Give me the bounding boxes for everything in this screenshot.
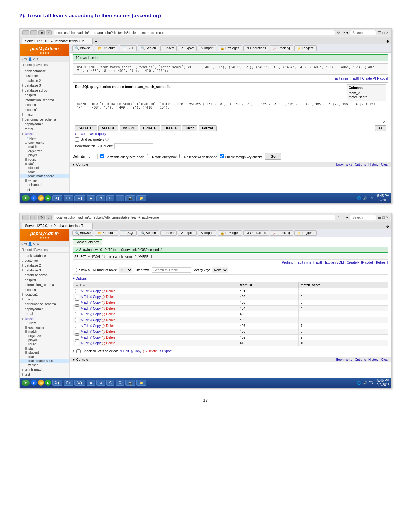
row-edit-link-8[interactable]: ✎ Edit bbox=[80, 336, 89, 339]
retain-query-checkbox[interactable] bbox=[147, 154, 151, 158]
sidebar2-subtable-organizer[interactable]: ☰organizer bbox=[20, 334, 69, 338]
row-copy-link-2[interactable]: ⎙ Copy bbox=[90, 301, 101, 304]
active-tab-2[interactable]: Server: 127.0.0.1 » Database: tennis » T… bbox=[22, 223, 93, 229]
sidebar-subtable-player[interactable]: ☰player bbox=[20, 153, 69, 157]
taskbar-window-word[interactable]: W▮ bbox=[74, 195, 85, 201]
settings-toolbar-icon[interactable]: ⚙ bbox=[33, 57, 36, 61]
history-link[interactable]: History bbox=[368, 163, 378, 166]
sidebar2-item-location1[interactable]: ⋮location1 bbox=[20, 292, 69, 297]
options-link-2[interactable]: Options bbox=[355, 358, 366, 361]
bookmarks-link-2[interactable]: Bookmarks bbox=[336, 358, 352, 361]
row-delete-link-0[interactable]: ◯ Delete bbox=[102, 289, 115, 293]
rollback-checkbox[interactable] bbox=[179, 154, 183, 158]
taskbar2-window-folder[interactable]: 📁 bbox=[136, 380, 146, 386]
bottom-export-link[interactable]: ↗ Export bbox=[159, 350, 172, 353]
address-bar-1[interactable]: localhost/phpmyadmin/tbl_change.php?db=t… bbox=[54, 30, 335, 35]
edit-link[interactable]: Edit bbox=[353, 77, 358, 80]
privileges-button[interactable]: 🔒 Privileges bbox=[218, 45, 242, 51]
row-copy-link-8[interactable]: ⎙ Copy bbox=[90, 336, 101, 339]
sidebar2-item-database2[interactable]: ⋮database 2 bbox=[20, 263, 69, 268]
taskbar-ie-icon-2[interactable]: e bbox=[31, 380, 37, 386]
row-delete-link-5[interactable]: ◯ Delete bbox=[102, 318, 115, 322]
select-star-button[interactable]: SELECT * bbox=[75, 125, 97, 131]
clear-link-2[interactable]: Clear bbox=[381, 358, 389, 361]
edit-link-2[interactable]: Edit bbox=[316, 261, 321, 264]
browse-button[interactable]: 🔍 Browse bbox=[72, 45, 93, 51]
row-delete-link-9[interactable]: ◯ Delete bbox=[102, 341, 115, 345]
back-button-2[interactable]: ← bbox=[22, 215, 29, 220]
row-checkbox-0[interactable] bbox=[75, 289, 79, 293]
sidebar-subtable-each-game[interactable]: ☰each game bbox=[20, 141, 69, 145]
sidebar-item-location[interactable]: ⋮location bbox=[20, 103, 69, 107]
sidebar2-item-database-school[interactable]: ⋮database school bbox=[20, 273, 69, 278]
row-copy-link-4[interactable]: ⎙ Copy bbox=[90, 312, 101, 316]
triggers-button-2[interactable]: ⚡ Triggers bbox=[294, 230, 317, 236]
row-copy-link-3[interactable]: ⎙ Copy bbox=[90, 307, 101, 310]
active-tab-1[interactable]: Server: 127.0.0.1 » Database: tennis » T… bbox=[22, 38, 93, 44]
export-button[interactable]: ↗ Export bbox=[178, 45, 197, 51]
taskbar2-window-excel[interactable]: X▮ bbox=[52, 380, 62, 386]
row-checkbox-7[interactable] bbox=[75, 330, 79, 334]
sidebar-subtable-new[interactable]: 📄New bbox=[20, 136, 69, 141]
row-checkbox-1[interactable] bbox=[75, 295, 79, 299]
row-copy-link-9[interactable]: ⎙ Copy bbox=[90, 341, 101, 345]
sidebar-item-test[interactable]: ⋮test bbox=[20, 187, 69, 192]
sidebar-subtable-team[interactable]: ☰team bbox=[20, 170, 69, 174]
check-all-checkbox[interactable] bbox=[76, 349, 81, 353]
taskbar2-window-powerpoint[interactable]: P+ bbox=[64, 380, 73, 386]
row-edit-link-3[interactable]: ✎ Edit bbox=[80, 307, 89, 310]
browser-search-input-1[interactable] bbox=[350, 30, 376, 35]
row-delete-link-8[interactable]: ◯ Delete bbox=[102, 336, 115, 339]
taskbar-window-folder[interactable]: 📁 bbox=[136, 195, 146, 201]
bottom-edit-link[interactable]: ✎ Edit bbox=[120, 350, 129, 353]
bottom-delete-link[interactable]: ◯ Delete bbox=[143, 350, 157, 353]
user-toolbar-icon[interactable]: 👤 bbox=[28, 57, 32, 61]
sidebar-item-mysql[interactable]: ⋮mysql bbox=[20, 112, 69, 117]
col-header-team-id[interactable]: team_id bbox=[238, 282, 298, 288]
sidebar2-subtable-student[interactable]: ☰student bbox=[20, 350, 69, 355]
insert-button-2[interactable]: + Insert bbox=[160, 230, 177, 236]
home-button[interactable]: ⌂ bbox=[46, 30, 52, 35]
tracking-button[interactable]: 📈 Tracking bbox=[270, 45, 293, 51]
sidebar-item-tennis-match[interactable]: ⋮tennis match bbox=[20, 182, 69, 187]
row-copy-link-1[interactable]: ⎙ Copy bbox=[90, 295, 101, 299]
sidebar2-item-phpmyadmin[interactable]: ⋮phpmyadmin bbox=[20, 307, 69, 311]
show-query-checkbox[interactable] bbox=[100, 154, 104, 158]
sidebar-subtable-staff[interactable]: ☰staff bbox=[20, 162, 69, 166]
taskbar2-window-firefox[interactable]: ◆ bbox=[87, 380, 95, 386]
row-delete-link-3[interactable]: ◯ Delete bbox=[102, 307, 115, 310]
bottom-copy-link[interactable]: ⎙ Copy bbox=[131, 350, 141, 353]
sidebar2-item-rental[interactable]: ⋮rental bbox=[20, 311, 69, 316]
operations-button[interactable]: ⚙ Operations bbox=[243, 45, 269, 51]
row-delete-link-6[interactable]: ◯ Delete bbox=[102, 324, 115, 328]
sidebar-item-hospital[interactable]: ⋮hospital bbox=[20, 93, 69, 98]
sidebar-item-database2[interactable]: ⋮database 2 bbox=[20, 78, 69, 83]
row-edit-link-2[interactable]: ✎ Edit bbox=[80, 301, 89, 304]
sidebar2-subtable-team-match-score[interactable]: ☰team match score bbox=[20, 359, 69, 363]
taskbar-window-c[interactable]: C bbox=[106, 195, 114, 201]
search-button[interactable]: 🔍 Search bbox=[138, 45, 159, 51]
create-php-link-2[interactable]: Create PHP code bbox=[347, 261, 372, 264]
new-tab-button-2[interactable]: + bbox=[95, 224, 97, 229]
taskbar-window-powerpoint[interactable]: P+ bbox=[64, 195, 73, 201]
auto-save-link[interactable]: Get auto-saved query bbox=[75, 132, 386, 136]
sidebar-subtable-student[interactable]: ☰student bbox=[20, 166, 69, 170]
update-button[interactable]: UPDATE bbox=[140, 125, 160, 131]
sidebar2-subtable-staff[interactable]: ☰staff bbox=[20, 346, 69, 350]
row-edit-link-9[interactable]: ✎ Edit bbox=[80, 341, 89, 345]
address-bar-2[interactable]: localhost/phpmyadmin/tbl_sql.php?db=tenn… bbox=[54, 215, 335, 220]
row-copy-link-5[interactable]: ⎙ Copy bbox=[90, 318, 101, 322]
sidebar2-subtable-round[interactable]: ☰round bbox=[20, 342, 69, 346]
import-button-2[interactable]: ↘ Import bbox=[198, 230, 216, 236]
structure-button[interactable]: 📂 Structure bbox=[95, 45, 118, 51]
sidebar-item-customer[interactable]: ⋮customer bbox=[20, 74, 69, 78]
taskbar2-window-image[interactable]: 📷 bbox=[125, 380, 135, 386]
row-checkbox-6[interactable] bbox=[75, 324, 79, 328]
settings-toolbar-icon-2[interactable]: ⚙ bbox=[33, 242, 36, 246]
browser-search-input-2[interactable] bbox=[350, 215, 376, 220]
clear-button[interactable]: Clear bbox=[182, 125, 197, 131]
user-toolbar-icon-2[interactable]: 👤 bbox=[28, 242, 32, 246]
sql-textarea[interactable]: INSERT INTO `team_match_score` (`team_id… bbox=[75, 101, 386, 123]
row-edit-link-1[interactable]: ✎ Edit bbox=[80, 295, 89, 299]
import-button[interactable]: ↘ Import bbox=[198, 45, 216, 51]
